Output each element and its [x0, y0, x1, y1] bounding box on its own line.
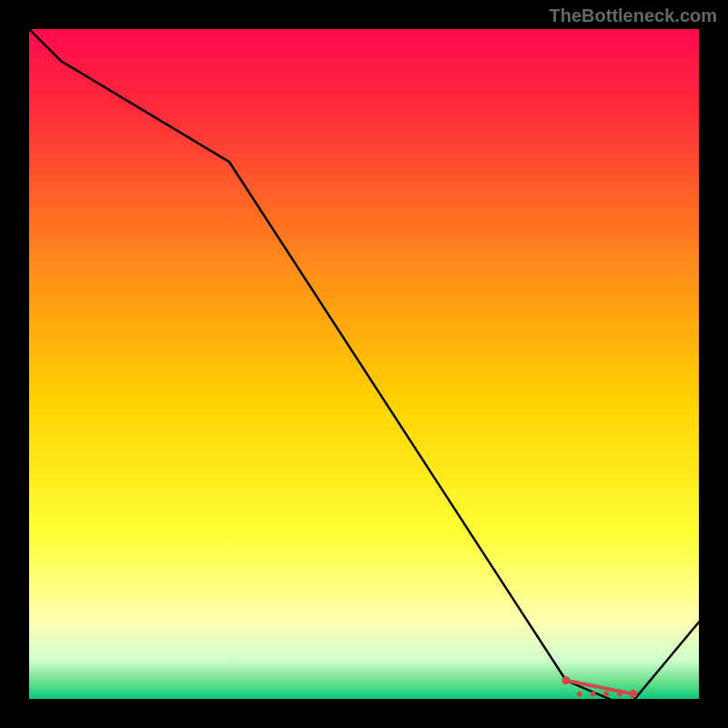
marker-dot: [630, 690, 638, 698]
marker-dot: [577, 692, 582, 697]
marker-dot: [562, 676, 571, 684]
plot-area: [27, 27, 701, 701]
watermark-text: TheBottleneck.com: [550, 5, 717, 26]
marker-dot: [617, 692, 622, 697]
marker-dot: [591, 692, 596, 697]
marker-dot: [603, 692, 609, 697]
gradient-background: [27, 27, 701, 701]
chart-container: TheBottleneck.com: [0, 0, 728, 728]
chart-svg: [27, 27, 701, 701]
